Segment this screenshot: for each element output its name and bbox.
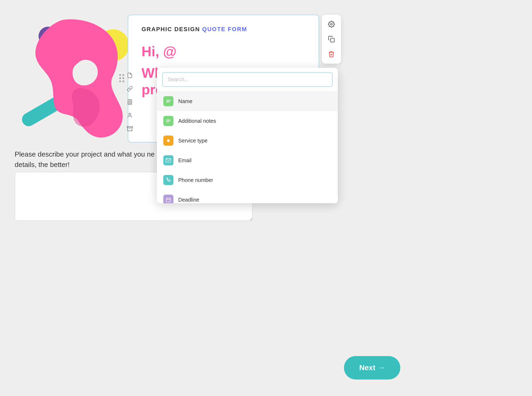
drag-dot [119, 74, 121, 76]
list-item[interactable]: Deadline [157, 190, 338, 203]
drag-dot [122, 74, 124, 76]
calculator-icon[interactable] [125, 97, 135, 107]
document-icon[interactable] [125, 71, 135, 80]
form-title-part1: GRAPHIC DESIGN [142, 26, 202, 32]
svg-rect-17 [166, 101, 171, 101]
list-item[interactable]: Additional notes [157, 111, 338, 131]
svg-rect-20 [166, 121, 171, 121]
svg-rect-18 [166, 102, 169, 103]
list-item-label: Phone number [178, 177, 213, 183]
archive-icon[interactable] [125, 124, 135, 133]
form-greeting: Hi, @ [142, 43, 305, 59]
svg-point-11 [129, 113, 131, 115]
svg-rect-15 [331, 38, 334, 42]
search-input[interactable] [162, 72, 332, 87]
search-bar [157, 68, 338, 91]
list-item-label: Name [178, 98, 192, 104]
list-item[interactable]: Email [157, 150, 338, 170]
svg-rect-16 [166, 100, 171, 100]
list-item-label: Email [178, 157, 192, 164]
drag-dot [119, 80, 121, 82]
service-type-icon [163, 136, 173, 146]
page-description: Please describe your project and what yo… [15, 149, 174, 170]
list-item-label: Additional notes [178, 118, 216, 124]
svg-point-14 [331, 23, 332, 25]
duplicate-button[interactable] [325, 32, 338, 46]
list-item[interactable]: Name [157, 91, 338, 111]
svg-rect-12 [127, 126, 132, 128]
link-icon[interactable] [125, 84, 135, 93]
dropdown-list: Name Additional notes Service type [157, 91, 338, 203]
deco-pink-blob [31, 15, 132, 142]
form-title: GRAPHIC DESIGN QUOTE FORM [142, 26, 305, 33]
svg-point-22 [167, 139, 170, 142]
deadline-icon [163, 195, 173, 203]
settings-button[interactable] [325, 17, 338, 31]
list-item[interactable]: Phone number [157, 170, 338, 190]
next-button[interactable]: Next → [344, 356, 400, 379]
phone-icon [163, 175, 173, 185]
form-title-part2: QUOTE FORM [202, 26, 247, 32]
delete-button[interactable] [325, 47, 338, 61]
svg-rect-19 [166, 120, 171, 120]
side-icons-panel [125, 71, 135, 133]
svg-rect-21 [166, 122, 169, 122]
additional-notes-icon [163, 116, 173, 126]
drag-dot [122, 77, 124, 79]
list-item[interactable]: Service type [157, 131, 338, 150]
svg-rect-24 [166, 198, 171, 202]
name-icon [163, 96, 173, 106]
dropdown-panel: Name Additional notes Service type [157, 68, 338, 203]
drag-dot [119, 77, 121, 79]
email-icon [163, 155, 173, 165]
drag-dot [122, 80, 124, 82]
top-toolbar [322, 15, 341, 64]
list-item-label: Deadline [178, 197, 199, 203]
person-icon[interactable] [125, 111, 135, 120]
list-item-label: Service type [178, 138, 207, 144]
